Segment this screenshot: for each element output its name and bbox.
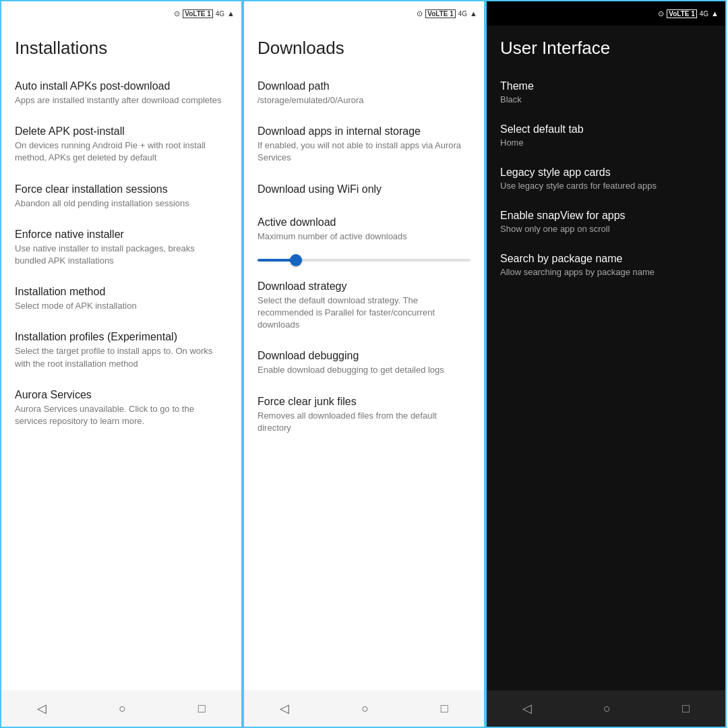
back-button[interactable]: ◁ (509, 696, 545, 721)
recent-button[interactable]: □ (669, 696, 703, 721)
setting-value: Allow searching apps by package name (500, 267, 712, 277)
status-bar-left: ⊙ VoLTE 1 4G ▲ (1, 1, 241, 26)
signal-icon: ▲ (227, 9, 235, 18)
panel-downloads: ⊙ VoLTE 1 4G ▲ Downloads Download path /… (243, 0, 485, 728)
user-interface-title: User Interface (487, 26, 725, 71)
downloads-title: Downloads (244, 26, 484, 71)
installations-content: Installations Auto install APKs post-dow… (1, 26, 241, 690)
setting-subtitle: Removes all downloaded files from the de… (257, 410, 471, 434)
slider-thumb[interactable] (290, 254, 302, 266)
status-bar-middle: ⊙ VoLTE 1 4G ▲ (244, 1, 484, 26)
setting-title: Force clear junk files (257, 396, 471, 408)
slider-track[interactable] (257, 259, 471, 262)
setting-title: Delete APK post-install (15, 125, 228, 138)
setting-subtitle: If enabled, you will not able to install… (257, 140, 471, 164)
volte-badge: VoLTE 1 (183, 9, 213, 18)
setting-subtitle: Apps are installed instantly after downl… (15, 94, 228, 107)
setting-aurora-services[interactable]: Aurora Services Aurora Services unavaila… (1, 380, 241, 437)
setting-default-tab[interactable]: Select default tab Home (487, 114, 725, 157)
setting-installation-method[interactable]: Installation method Select mode of APK i… (1, 276, 241, 322)
setting-installation-profiles[interactable]: Installation profiles (Experimental) Sel… (1, 322, 241, 379)
setting-value: Show only one app on scroll (500, 224, 712, 234)
nav-bar-left: ◁ ○ □ (1, 690, 241, 727)
back-button[interactable]: ◁ (266, 696, 303, 721)
setting-subtitle: Abandon all old pending installation ses… (15, 198, 228, 210)
setting-value: Home (500, 138, 712, 148)
status-icons-left: ⊙ VoLTE 1 4G ▲ (174, 9, 235, 18)
panel-installations: ⊙ VoLTE 1 4G ▲ Installations Auto instal… (0, 0, 243, 728)
nav-bar-right: ◁ ○ □ (487, 690, 725, 727)
setting-active-download[interactable]: Active download Maximum number of active… (244, 207, 484, 252)
back-button[interactable]: ◁ (24, 696, 60, 721)
setting-value: Use legacy style cards for featured apps (500, 181, 712, 191)
4g-badge: 4G (458, 10, 467, 18)
setting-title: Installation profiles (Experimental) (15, 331, 228, 343)
nav-bar-middle: ◁ ○ □ (244, 690, 484, 727)
setting-title: Select default tab (500, 123, 712, 135)
setting-subtitle: Select the default download strategy. Th… (257, 295, 471, 332)
setting-subtitle: Use native installer to install packages… (15, 243, 228, 267)
setting-subtitle: Select the target profile to install app… (15, 345, 228, 369)
setting-subtitle: Maximum number of active downloads (257, 231, 471, 243)
setting-title: Auto install APKs post-download (15, 80, 228, 92)
setting-title: Download apps in internal storage (257, 125, 471, 138)
home-button[interactable]: ○ (590, 696, 624, 721)
setting-enforce-native[interactable]: Enforce native installer Use native inst… (1, 219, 241, 276)
recent-button[interactable]: □ (427, 696, 462, 721)
setting-subtitle: Aurora Services unavailable. Click to go… (15, 403, 228, 427)
setting-subtitle: Select mode of APK installation (15, 300, 228, 312)
home-button[interactable]: ○ (105, 696, 140, 721)
active-download-slider-container (244, 252, 484, 271)
status-icons-right: ⊙ VoLTE 1 4G ▲ (658, 9, 719, 18)
setting-title: Active download (257, 216, 471, 229)
installations-title: Installations (1, 26, 241, 71)
setting-package-name-search[interactable]: Search by package name Allow searching a… (487, 243, 725, 286)
setting-title: Enable snapView for apps (500, 210, 712, 222)
setting-subtitle: /storage/emulated/0/Aurora (257, 94, 471, 107)
setting-auto-install[interactable]: Auto install APKs post-download Apps are… (1, 71, 241, 116)
setting-snapview[interactable]: Enable snapView for apps Show only one a… (487, 200, 725, 243)
setting-title: Download debugging (257, 350, 471, 362)
setting-delete-apk[interactable]: Delete APK post-install On devices runni… (1, 116, 241, 173)
downloads-content: Downloads Download path /storage/emulate… (244, 26, 484, 690)
setting-title: Force clear installation sessions (15, 183, 228, 195)
4g-badge: 4G (700, 10, 708, 18)
setting-force-clear-junk[interactable]: Force clear junk files Removes all downl… (244, 386, 484, 444)
setting-wifi-only[interactable]: Download using WiFi only (244, 174, 484, 207)
signal-icon: ▲ (470, 9, 477, 18)
wifi-icon: ⊙ (417, 9, 423, 18)
setting-title: Theme (500, 80, 712, 92)
setting-subtitle: On devices running Android Pie + with ro… (15, 140, 228, 164)
home-button[interactable]: ○ (348, 696, 382, 721)
wifi-icon: ⊙ (658, 9, 664, 18)
setting-download-strategy[interactable]: Download strategy Select the default dow… (244, 271, 484, 341)
volte-badge: VoLTE 1 (425, 9, 456, 18)
setting-title: Legacy style app cards (500, 166, 712, 179)
wifi-icon: ⊙ (174, 9, 180, 18)
setting-value: Black (500, 94, 712, 104)
panel-user-interface: ⊙ VoLTE 1 4G ▲ User Interface Theme Blac… (485, 0, 727, 728)
setting-subtitle: Enable download debugging to get detaile… (257, 364, 471, 376)
user-interface-content: User Interface Theme Black Select defaul… (487, 26, 725, 690)
status-icons-middle: ⊙ VoLTE 1 4G ▲ (417, 9, 477, 18)
setting-force-clear[interactable]: Force clear installation sessions Abando… (1, 174, 241, 219)
setting-title: Download strategy (257, 280, 471, 293)
signal-icon: ▲ (711, 9, 719, 18)
setting-legacy-cards[interactable]: Legacy style app cards Use legacy style … (487, 157, 725, 200)
setting-title: Installation method (15, 286, 228, 298)
setting-title: Aurora Services (15, 389, 228, 401)
4g-badge: 4G (216, 10, 224, 18)
setting-title: Enforce native installer (15, 229, 228, 241)
setting-title: Download path (257, 80, 471, 92)
status-bar-right: ⊙ VoLTE 1 4G ▲ (487, 1, 725, 26)
recent-button[interactable]: □ (185, 696, 219, 721)
setting-theme[interactable]: Theme Black (487, 71, 725, 114)
volte-badge: VoLTE 1 (667, 9, 697, 18)
setting-internal-storage[interactable]: Download apps in internal storage If ena… (244, 116, 484, 173)
setting-title: Download using WiFi only (257, 183, 471, 195)
setting-download-debugging[interactable]: Download debugging Enable download debug… (244, 340, 484, 386)
setting-download-path[interactable]: Download path /storage/emulated/0/Aurora (244, 71, 484, 116)
setting-title: Search by package name (500, 253, 712, 265)
